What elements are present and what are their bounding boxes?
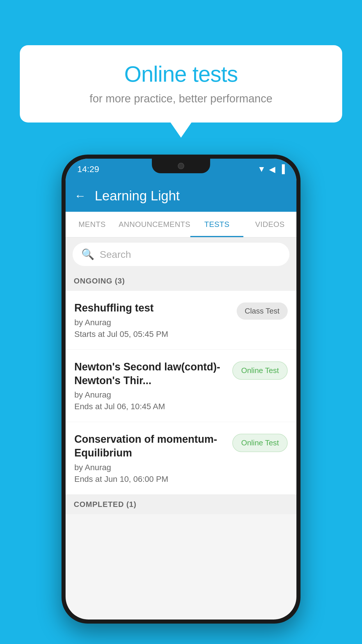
test-item-3[interactable]: Conservation of momentum-Equilibrium by …: [66, 422, 296, 495]
test-title-3: Conservation of momentum-Equilibrium: [74, 433, 226, 460]
test-info-2: Newton's Second law(contd)-Newton's Thir…: [74, 360, 232, 412]
test-badge-1: Class Test: [237, 302, 288, 320]
search-box[interactable]: 🔍 Search: [73, 243, 289, 266]
tab-ments[interactable]: MENTS: [66, 212, 119, 237]
bubble-subtitle: for more practice, better performance: [37, 92, 325, 105]
search-container: 🔍 Search: [66, 237, 296, 271]
phone-notch: [152, 159, 210, 173]
tabs-container: MENTS ANNOUNCEMENTS TESTS VIDEOS: [66, 212, 296, 237]
app-bar: ← Learning Light: [66, 180, 296, 212]
test-title-2: Newton's Second law(contd)-Newton's Thir…: [74, 360, 226, 388]
test-item-2[interactable]: Newton's Second law(contd)-Newton's Thir…: [66, 350, 296, 422]
phone-wrapper: 14:29 ▼ ◀ ▐ ← Learning Light MENTS ANNOU…: [61, 155, 301, 624]
test-title-1: Reshuffling test: [74, 301, 231, 315]
test-badge-3: Online Test: [232, 434, 288, 452]
test-date-3: Ends at Jun 10, 06:00 PM: [74, 475, 226, 484]
speech-bubble: Online tests for more practice, better p…: [20, 45, 342, 123]
test-info-1: Reshuffling test by Anurag Starts at Jul…: [74, 301, 237, 339]
tab-announcements[interactable]: ANNOUNCEMENTS: [119, 212, 190, 237]
test-info-3: Conservation of momentum-Equilibrium by …: [74, 433, 232, 484]
ongoing-section-header: ONGOING (3): [66, 271, 296, 291]
phone-screen: 14:29 ▼ ◀ ▐ ← Learning Light MENTS ANNOU…: [66, 159, 296, 620]
tab-tests[interactable]: TESTS: [190, 212, 243, 237]
test-author-3: by Anurag: [74, 463, 226, 472]
search-placeholder: Search: [100, 249, 131, 260]
test-date-2: Ends at Jul 06, 10:45 AM: [74, 402, 226, 411]
test-author-1: by Anurag: [74, 318, 231, 327]
test-date-1: Starts at Jul 05, 05:45 PM: [74, 330, 231, 339]
back-button[interactable]: ←: [74, 189, 86, 202]
status-time: 14:29: [77, 164, 99, 174]
bubble-title: Online tests: [37, 61, 325, 87]
wifi-icon: ▼: [257, 164, 266, 174]
search-icon: 🔍: [81, 248, 94, 260]
test-badge-2: Online Test: [232, 361, 288, 380]
phone-outer: 14:29 ▼ ◀ ▐ ← Learning Light MENTS ANNOU…: [61, 155, 301, 624]
tab-videos[interactable]: VIDEOS: [243, 212, 296, 237]
signal-icon: ◀: [269, 164, 275, 174]
completed-section-header: COMPLETED (1): [66, 495, 296, 514]
status-icons: ▼ ◀ ▐: [257, 164, 285, 174]
speech-bubble-container: Online tests for more practice, better p…: [20, 45, 342, 123]
test-item-1[interactable]: Reshuffling test by Anurag Starts at Jul…: [66, 291, 296, 350]
app-bar-title: Learning Light: [95, 188, 180, 204]
test-author-2: by Anurag: [74, 390, 226, 400]
battery-icon: ▐: [279, 164, 285, 174]
phone-camera: [178, 163, 184, 169]
